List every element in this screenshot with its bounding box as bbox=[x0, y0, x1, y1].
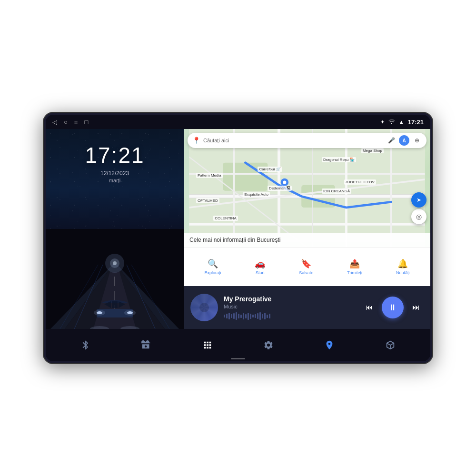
maps-nav-button[interactable] bbox=[317, 333, 341, 357]
car-display-device: ◁ ○ ≡ □ ✦ ▲ 17:21 bbox=[43, 112, 433, 364]
waveform-bar-7 bbox=[238, 314, 239, 318]
status-time: 17:21 bbox=[408, 119, 424, 126]
waveform-bar-5 bbox=[233, 313, 235, 319]
next-track-button[interactable]: ⏭ bbox=[408, 300, 424, 315]
map-actions-bar: 🔍 Explorați 🚗 Start 🔖 Salvate 📤 bbox=[184, 247, 430, 286]
voice-search-button[interactable]: 🎤 bbox=[387, 136, 396, 145]
map-action-saved[interactable]: 🔖 Salvate bbox=[299, 258, 313, 275]
map-search-icons: 🎤 A ⊕ bbox=[387, 135, 422, 146]
status-bar: ◁ ○ ≡ □ ✦ ▲ 17:21 bbox=[46, 115, 430, 129]
menu-button[interactable]: ≡ bbox=[74, 119, 78, 126]
lock-time: 17:21 bbox=[85, 142, 144, 168]
share-icon: 📤 bbox=[349, 258, 360, 269]
main-content: 17:21 12/12/2023 marți bbox=[46, 129, 430, 329]
wifi-icon bbox=[388, 119, 395, 125]
waveform-bar-18 bbox=[264, 313, 266, 319]
lock-screen-panel: 17:21 12/12/2023 marți bbox=[46, 129, 184, 329]
waveform-bar-6 bbox=[236, 312, 237, 320]
waveform-bar-12 bbox=[250, 314, 251, 319]
start-icon: 🚗 bbox=[255, 258, 265, 269]
prev-track-button[interactable]: ⏮ bbox=[362, 300, 377, 315]
share-label: Trimiteți bbox=[347, 270, 362, 275]
music-waveform bbox=[224, 312, 356, 320]
waveform-bar-4 bbox=[231, 314, 232, 318]
music-info: My Prerogative Music bbox=[224, 295, 356, 320]
signal-icon: ▲ bbox=[399, 119, 404, 125]
user-avatar[interactable]: A bbox=[399, 135, 409, 146]
waveform-bar-20 bbox=[269, 314, 270, 318]
map-action-explore[interactable]: 🔍 Explorați bbox=[204, 258, 221, 275]
waveform-bar-19 bbox=[267, 315, 268, 318]
explore-label: Explorați bbox=[204, 270, 221, 275]
album-center bbox=[199, 303, 209, 312]
svg-point-20 bbox=[124, 310, 136, 316]
saved-label: Salvate bbox=[299, 270, 313, 275]
news-label: Noutăți bbox=[396, 270, 410, 275]
screen: ◁ ○ ≡ □ ✦ ▲ 17:21 bbox=[46, 115, 430, 361]
music-player: My Prerogative Music bbox=[184, 286, 430, 329]
play-pause-button[interactable]: ⏸ bbox=[382, 297, 404, 318]
start-label: Start bbox=[256, 270, 265, 275]
home-button[interactable]: ○ bbox=[64, 119, 68, 126]
nav-buttons: ◁ ○ ≡ □ bbox=[52, 119, 88, 126]
svg-point-19 bbox=[94, 310, 105, 316]
waveform-bar-3 bbox=[228, 313, 230, 319]
map-action-start[interactable]: 🚗 Start bbox=[255, 258, 265, 275]
waveform-bar-15 bbox=[257, 313, 258, 319]
map-search-bar[interactable]: 📍 Căutați aici 🎤 A ⊕ bbox=[188, 133, 426, 148]
3d-nav-button[interactable] bbox=[378, 333, 402, 357]
waveform-bar-14 bbox=[255, 314, 256, 318]
map-section[interactable]: Pattern Media Carrefour 🛒 Dragonul Roșu … bbox=[184, 129, 430, 286]
navigate-button[interactable]: ➤ bbox=[411, 192, 426, 208]
news-icon: 🔔 bbox=[397, 258, 408, 269]
waveform-bar-16 bbox=[259, 312, 261, 320]
map-info-text: Cele mai noi informații din București bbox=[184, 233, 430, 247]
waveform-bar-9 bbox=[243, 313, 244, 319]
apps-nav-button[interactable] bbox=[196, 333, 219, 357]
search-placeholder[interactable]: Căutați aici bbox=[203, 138, 384, 143]
tunnel-scene bbox=[46, 229, 184, 329]
waveform-bar-11 bbox=[248, 313, 249, 320]
waveform-bar-8 bbox=[240, 315, 242, 318]
swipe-indicator bbox=[231, 358, 245, 359]
map-label-oftalmed: OFTALMED bbox=[196, 198, 219, 203]
saved-icon: 🔖 bbox=[301, 258, 311, 269]
lock-day: marți bbox=[109, 178, 120, 183]
explore-icon: 🔍 bbox=[208, 258, 218, 269]
map-action-share[interactable]: 📤 Trimiteți bbox=[347, 258, 362, 275]
settings-nav-button[interactable] bbox=[257, 333, 280, 357]
waveform-bar-13 bbox=[252, 315, 254, 317]
map-label-carrefour: Carrefour 🛒 bbox=[258, 167, 282, 172]
music-controls: ⏮ ⏸ ⏭ bbox=[362, 297, 424, 318]
waveform-bar-17 bbox=[262, 314, 263, 318]
map-label-dragonul-rosu: Dragonul Roșu 🏪 bbox=[322, 157, 356, 162]
map-label-colentina: COLENTINA bbox=[213, 216, 238, 221]
bottom-navigation bbox=[46, 329, 430, 361]
map-label-mega-shop: Mega Shop bbox=[361, 148, 384, 153]
waveform-bar-1 bbox=[224, 315, 225, 317]
my-location-button[interactable]: ◎ bbox=[411, 209, 426, 224]
music-subtitle: Music bbox=[224, 304, 356, 309]
album-art bbox=[190, 294, 218, 321]
more-options-button[interactable]: ⊕ bbox=[412, 136, 422, 145]
google-maps-pin-icon: 📍 bbox=[192, 137, 200, 144]
status-icons: ✦ ▲ 17:21 bbox=[380, 119, 424, 126]
recent-button[interactable]: □ bbox=[84, 119, 88, 126]
map-label-ilfov: JUDEȚUL ILFOV bbox=[344, 179, 376, 185]
map-label-ion-creanga: ION CREANGĂ bbox=[322, 188, 351, 194]
waveform-bar-2 bbox=[226, 314, 228, 318]
map-label-pattern-media: Pattern Media bbox=[196, 173, 223, 178]
svg-point-42 bbox=[283, 180, 286, 184]
waveform-bar-10 bbox=[245, 314, 247, 318]
lock-date: 12/12/2023 bbox=[100, 170, 129, 177]
bluetooth-icon: ✦ bbox=[380, 119, 385, 125]
music-title: My Prerogative bbox=[224, 295, 356, 303]
right-panel: Pattern Media Carrefour 🛒 Dragonul Roșu … bbox=[184, 129, 430, 329]
back-button[interactable]: ◁ bbox=[52, 119, 57, 126]
svg-point-11 bbox=[113, 261, 117, 265]
map-label-exquisite: Exquisite Auto bbox=[243, 192, 270, 197]
bluetooth-nav-button[interactable] bbox=[74, 333, 98, 357]
map-action-news[interactable]: 🔔 Noutăți bbox=[396, 258, 410, 275]
radio-nav-button[interactable] bbox=[135, 333, 159, 357]
map-label-dedeman: Dedeman 🏗 bbox=[268, 186, 292, 191]
